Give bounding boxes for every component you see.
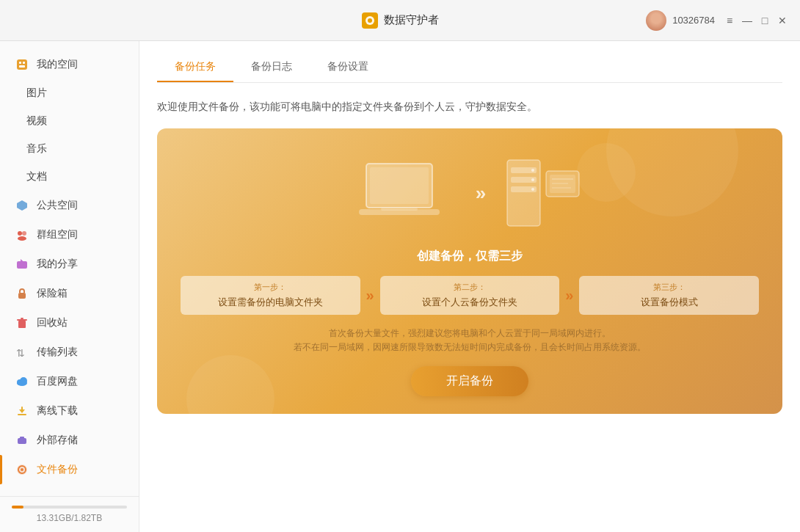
app-title: 数据守护者 — [384, 13, 439, 27]
steps-row: 第一步： 设置需备份的电脑文件夹 » 第二步： 设置个人云备份文件夹 » 第三步… — [181, 276, 759, 315]
sidebar-item-my-share[interactable]: 我的分享 — [0, 249, 139, 279]
maximize-button[interactable]: □ — [759, 15, 771, 26]
menu-button[interactable]: ≡ — [724, 15, 735, 26]
notice-text: 首次备份大量文件，强烈建议您将电脑和个人云置于同一局域网内进行。 若不在同一局域… — [181, 327, 759, 354]
transfer-icon: ⇅ — [15, 345, 29, 360]
steps-title: 创建备份，仅需三步 — [181, 249, 759, 264]
user-id: 10326784 — [672, 15, 715, 26]
lock-icon — [15, 286, 29, 301]
server-illustration — [503, 156, 584, 230]
banner-card: » — [157, 128, 782, 414]
step-2-box[interactable]: 第二步： 设置个人云备份文件夹 — [380, 276, 560, 315]
sidebar-label-baidu: 百度网盘 — [37, 375, 78, 388]
sidebar-label-photos: 图片 — [26, 87, 47, 100]
start-backup-button[interactable]: 开启备份 — [411, 366, 528, 396]
sidebar-label-public: 公共空间 — [37, 199, 78, 212]
svg-rect-14 — [21, 318, 23, 319]
svg-point-26 — [21, 468, 23, 471]
sidebar-label-offline: 离线下载 — [37, 404, 78, 418]
sidebar-item-photos[interactable]: 图片 — [0, 79, 139, 107]
tab-backup-log[interactable]: 备份日志 — [233, 53, 310, 82]
sidebar-item-external[interactable]: 外部存储 — [0, 426, 139, 455]
svg-rect-4 — [23, 62, 25, 64]
sidebar-item-offline-dl[interactable]: 离线下载 — [0, 396, 139, 426]
sidebar-item-file-backup[interactable]: 文件备份 — [0, 455, 139, 484]
sidebar-label-docs: 文档 — [26, 170, 47, 183]
tabs: 备份任务 备份日志 备份设置 — [157, 41, 782, 83]
window-controls: ≡ — □ ✕ — [724, 15, 788, 26]
svg-rect-19 — [18, 414, 26, 415]
group-icon — [15, 227, 29, 242]
sidebar-item-safe-box[interactable]: 保险箱 — [0, 279, 139, 308]
sidebar-item-baidu-disk[interactable]: 百度网盘 — [0, 367, 139, 396]
download-icon — [15, 404, 29, 418]
sidebar-footer: 13.31GB/1.82TB — [0, 496, 139, 532]
content-body: 欢迎使用文件备份，该功能可将电脑中的指定文件夹备份到个人云，守护数据安全。 — [157, 83, 782, 532]
sidebar-item-recycle[interactable]: 回收站 — [0, 308, 139, 338]
trash-icon — [15, 316, 29, 330]
sidebar-label-share: 我的分享 — [37, 258, 78, 271]
titlebar-center: 数据守护者 — [362, 12, 439, 29]
sidebar-label-videos: 视频 — [26, 114, 47, 128]
svg-rect-12 — [18, 321, 26, 328]
svg-rect-21 — [21, 407, 23, 411]
tab-backup-settings[interactable]: 备份设置 — [310, 53, 386, 82]
sidebar-label-backup: 文件备份 — [37, 463, 78, 476]
svg-rect-30 — [381, 208, 418, 211]
svg-point-36 — [531, 178, 534, 181]
svg-rect-28 — [370, 167, 429, 204]
public-icon — [15, 198, 29, 213]
laptop-illustration — [355, 156, 458, 230]
sidebar-label-transfer: 传输列表 — [37, 346, 78, 359]
step-3-text: 设置备份模式 — [641, 296, 698, 309]
sidebar-item-transfer[interactable]: ⇅ 传输列表 — [0, 338, 139, 367]
storage-bar-fill — [12, 506, 23, 509]
step-1-box[interactable]: 第一步： 设置需备份的电脑文件夹 — [181, 276, 360, 315]
home-icon — [15, 57, 29, 72]
svg-rect-13 — [17, 319, 27, 321]
sidebar-item-group-space[interactable]: 群组空间 — [0, 220, 139, 249]
step-1-num: 第一步： — [254, 282, 286, 293]
svg-rect-5 — [19, 65, 25, 68]
sidebar-label-group: 群组空间 — [37, 228, 78, 241]
sidebar-label-safebox: 保险箱 — [37, 287, 68, 300]
titlebar-right: 10326784 ≡ — □ ✕ — [646, 10, 788, 31]
sidebar-label-my-space: 我的空间 — [37, 58, 78, 71]
user-info: 10326784 — [646, 10, 715, 31]
svg-text:⇅: ⇅ — [16, 347, 25, 359]
sidebar-item-videos[interactable]: 视频 — [0, 107, 139, 135]
step-arrow-2: » — [565, 287, 573, 304]
sidebar-item-public-space[interactable]: 公共空间 — [0, 191, 139, 220]
sidebar-label-external: 外部存储 — [37, 434, 78, 447]
step-3-num: 第三步： — [653, 282, 686, 293]
storage-bar-bg — [12, 506, 127, 509]
tab-backup-task[interactable]: 备份任务 — [157, 53, 233, 82]
main-layout: 我的空间 图片 视频 音乐 文档 公共空间 — [0, 41, 800, 532]
svg-rect-11 — [18, 293, 26, 299]
share-icon — [15, 257, 29, 272]
close-button[interactable]: ✕ — [777, 15, 788, 26]
external-icon — [15, 433, 29, 448]
sidebar-label-recycle: 回收站 — [37, 316, 68, 329]
svg-rect-23 — [20, 437, 24, 439]
titlebar: 数据守护者 10326784 ≡ — □ ✕ — [0, 0, 800, 41]
step-1-text: 设置需备份的电脑文件夹 — [218, 296, 323, 309]
step-3-box[interactable]: 第三步： 设置备份模式 — [579, 276, 759, 315]
sidebar-item-music[interactable]: 音乐 — [0, 135, 139, 163]
svg-point-6 — [18, 231, 22, 236]
sidebar: 我的空间 图片 视频 音乐 文档 公共空间 — [0, 41, 139, 532]
step-2-text: 设置个人云备份文件夹 — [422, 296, 517, 309]
svg-point-37 — [531, 188, 534, 191]
step-2-num: 第二步： — [454, 282, 486, 293]
avatar — [646, 10, 666, 31]
sidebar-item-docs[interactable]: 文档 — [0, 163, 139, 191]
sidebar-item-my-space[interactable]: 我的空间 — [0, 50, 139, 79]
arrow-right-icon: » — [476, 182, 486, 205]
minimize-button[interactable]: — — [741, 15, 753, 26]
welcome-text: 欢迎使用文件备份，该功能可将电脑中的指定文件夹备份到个人云，守护数据安全。 — [157, 101, 537, 114]
backup-icon — [15, 462, 29, 477]
sidebar-label-music: 音乐 — [26, 142, 47, 156]
svg-point-1 — [368, 18, 372, 23]
svg-rect-3 — [19, 62, 21, 64]
svg-point-18 — [20, 377, 27, 385]
